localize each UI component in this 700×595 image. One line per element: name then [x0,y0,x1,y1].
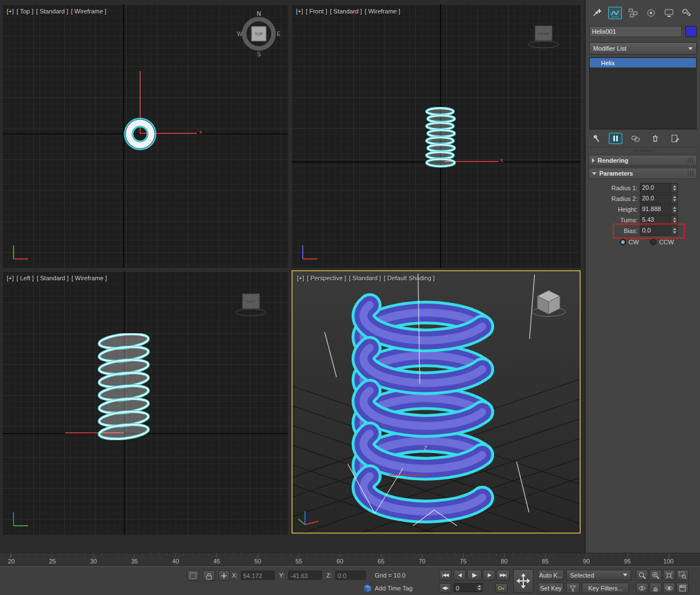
viewport-menu-standard[interactable]: [ Standard ] [349,275,381,281]
hierarchy-tab-icon[interactable] [626,7,640,19]
create-tab-icon[interactable] [590,7,604,19]
viewport-menu-shading[interactable]: [ Default Shading ] [384,275,435,281]
bias-spinner[interactable] [671,226,677,235]
parameters-rollout-header[interactable]: Parameters [589,168,697,179]
display-tab-icon[interactable] [662,7,676,19]
modifier-stack[interactable]: Helix [589,57,697,129]
key-mode-dropdown[interactable]: Selected [566,570,631,580]
viewport-menu-plus[interactable]: [+] [296,8,303,15]
orbit-icon[interactable] [663,583,675,593]
radius1-field[interactable]: 20.0 [640,183,678,193]
previous-frame-button[interactable]: ◀| [454,570,466,580]
utilities-tab-icon[interactable] [680,7,694,19]
frame-spinner[interactable] [475,585,482,590]
go-to-end-button[interactable]: ▶▶| [496,570,510,580]
cw-radio[interactable]: CW [620,239,639,245]
viewport-menu-plus[interactable]: [+] [297,275,304,281]
axis-tripod-icon [7,236,33,262]
key-filters-button[interactable]: Key Filters... [582,583,629,593]
viewport-menu-standard[interactable]: [ Standard ] [36,8,68,15]
zoom-icon[interactable] [636,570,648,580]
viewport-left[interactable]: LEFT [+] [ Left ] [ Standard ] [ Wirefra… [2,271,288,535]
configure-modifier-sets-icon[interactable] [668,133,681,144]
viewport-menu-standard[interactable]: [ Standard ] [330,8,362,15]
radius2-label: Radius 2: [588,195,640,202]
3dsmax-window: x N W E S TOP [+] [ Top ] [ Standard ] [… [0,0,700,595]
ruler-numbers: 2025 3035 4045 5055 6065 7075 8085 9095 … [3,558,676,565]
helix-front-wireframe [423,107,457,170]
transform-typein-icon[interactable] [218,570,230,581]
height-field[interactable]: 91.888 [640,204,678,214]
pan-hand-icon[interactable] [649,583,662,593]
viewcube-left[interactable]: LEFT [234,289,268,317]
selection-lock-icon[interactable] [203,570,215,581]
zoom-all-icon[interactable] [649,570,662,580]
make-unique-icon[interactable] [629,133,642,144]
pin-stack-icon[interactable] [589,133,603,144]
ccw-radio[interactable]: CCW [650,239,674,245]
viewport-top[interactable]: x N W E S TOP [+] [ Top ] [ Standard ] [… [2,5,288,268]
key-filter-icon[interactable] [566,583,580,593]
isolate-selection-icon[interactable] [187,570,199,581]
viewport-menu-pov[interactable]: [ Perspective ] [307,275,347,281]
viewport-menu-pov[interactable]: [ Left ] [17,275,34,281]
play-button[interactable]: ▶ [467,570,482,580]
object-color-swatch[interactable] [685,26,697,37]
add-time-tag-button[interactable]: Add Time Tag [375,585,412,592]
command-panel: Modifier List Helix [584,0,700,553]
timeline-ruler[interactable]: 2025 3035 4045 5055 6065 7075 8085 9095 … [0,553,700,567]
modifier-list-label: Modifier List [593,45,688,52]
radius2-field[interactable]: 20.0 [640,194,678,204]
turns-spinner[interactable] [671,216,677,225]
viewport-menu-pov[interactable]: [ Front ] [306,8,327,15]
viewport-perspective[interactable]: Z [+] [ Perspective ] [ Standard ] [ Def… [291,270,581,534]
svg-text:FRONT: FRONT [538,32,550,35]
viewcube-front[interactable]: FRONT [527,21,560,50]
bias-field[interactable]: 0.0 [640,226,678,236]
x-coord-field[interactable]: 54.172 [241,571,275,580]
key-mode-icon[interactable] [495,583,508,593]
modifier-list-dropdown[interactable]: Modifier List [589,42,697,55]
viewport-menu-plus[interactable]: [+] [7,8,14,15]
current-frame-field[interactable]: 0 [454,583,483,592]
zoom-region-icon[interactable] [676,570,689,580]
viewport-menu-standard[interactable]: [ Standard ] [37,275,69,281]
viewport-front[interactable]: x FRONT [+] [ Front ] [ Sta [291,5,581,268]
key-step-toggle[interactable]: ◀▶ [439,583,451,593]
svg-text:LEFT: LEFT [247,300,255,303]
viewport-menu-shading[interactable]: [ Wireframe ] [365,8,400,15]
y-coord-field[interactable]: -41.63 [288,571,322,580]
svg-text:TOP: TOP [255,32,263,36]
turns-field[interactable]: 5.43 [640,215,678,225]
viewport-menu-shading[interactable]: [ Wireframe ] [71,275,107,281]
viewport-menu-pov[interactable]: [ Top ] [17,8,34,15]
auto-key-button[interactable]: Auto K... [538,570,564,580]
maximize-viewport-icon[interactable] [676,583,689,593]
remove-modifier-icon[interactable] [648,133,662,144]
motion-tab-icon[interactable] [644,7,658,19]
set-key-button[interactable]: Set Key [538,583,564,593]
zoom-extents-icon[interactable] [663,570,675,580]
viewcube-perspective[interactable] [530,286,567,317]
modifier-stack-item-helix[interactable]: Helix [590,58,696,68]
show-end-result-icon[interactable] [609,133,622,144]
radius1-spinner[interactable] [671,184,677,193]
viewport-menu-plus[interactable]: [+] [7,275,14,281]
next-frame-button[interactable]: |▶ [483,570,495,580]
object-name-field[interactable] [589,26,682,37]
z-coord-field[interactable]: 0.0 [335,571,366,580]
modify-tab-icon[interactable] [608,7,622,19]
set-keys-button[interactable] [513,569,533,593]
go-to-start-button[interactable]: |◀◀ [439,570,451,580]
chevron-down-icon [623,574,627,576]
viewcube-compass[interactable]: N W E S TOP [235,8,282,57]
field-of-view-icon[interactable] [636,583,648,593]
helix-left-wireframe [97,333,151,440]
svg-text:N: N [257,11,261,17]
height-spinner[interactable] [671,205,677,214]
rendering-rollout-header[interactable]: Rendering [589,155,697,166]
radius2-spinner[interactable] [671,194,677,203]
radius1-label: Radius 1: [588,185,640,191]
svg-text:E: E [277,31,281,37]
viewport-menu-shading[interactable]: [ Wireframe ] [71,8,106,15]
